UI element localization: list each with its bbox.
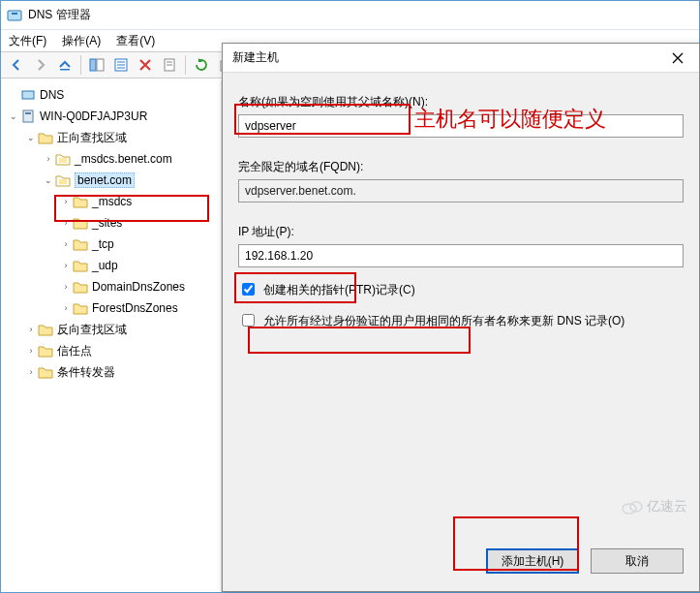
tree-node-domaindnszones[interactable]: › DomainDnsZones: [1, 276, 221, 297]
list-button[interactable]: [109, 53, 133, 77]
toolbar-separator: [185, 55, 186, 75]
tree-node-tcp[interactable]: › _tcp: [1, 234, 221, 255]
tree-node-dns[interactable]: DNS: [1, 84, 221, 106]
tree-node-reverse-zone[interactable]: › 反向查找区域: [1, 319, 221, 340]
folder-icon: [73, 279, 88, 295]
tree-node-server[interactable]: ⌄ WIN-Q0DFJAJP3UR: [1, 106, 221, 127]
dialog-buttons: 添加主机(H) 取消: [486, 548, 684, 574]
svg-rect-2: [60, 69, 70, 71]
close-button[interactable]: [655, 44, 699, 73]
tree-node-forestdnszones[interactable]: › ForestDnsZones: [1, 297, 221, 319]
svg-rect-3: [90, 59, 96, 71]
zone-icon: [55, 151, 71, 167]
dialog-titlebar: 新建主机: [223, 44, 699, 73]
dns-manager-window: DNS 管理器 文件(F) 操作(A) 查看(V) ? i ?: [0, 0, 700, 593]
back-button[interactable]: [5, 53, 28, 77]
auth-checkbox-row[interactable]: 允许所有经过身份验证的用户用相同的所有者名称来更新 DNS 记录(O): [238, 312, 684, 329]
chevron-right-icon[interactable]: ›: [24, 323, 38, 336]
chevron-right-icon[interactable]: ›: [59, 301, 73, 315]
folder-icon: [73, 258, 88, 273]
watermark: 亿速云: [622, 498, 687, 515]
menu-view[interactable]: 查看(V): [116, 33, 155, 49]
folder-icon: [38, 130, 53, 145]
menu-file[interactable]: 文件(F): [9, 33, 46, 49]
tree-node-trust[interactable]: › 信任点: [1, 340, 221, 361]
tree-view[interactable]: DNS ⌄ WIN-Q0DFJAJP3UR ⌄ 正向查找区域 › _m: [1, 80, 222, 592]
folder-icon: [73, 300, 88, 316]
chevron-right-icon[interactable]: ›: [42, 152, 55, 166]
dialog-body: 名称(如果为空则使用其父域名称)(N): 完全限定的域名(FQDN): IP 地…: [223, 73, 699, 343]
name-input[interactable]: [238, 114, 684, 138]
fqdn-label: 完全限定的域名(FQDN):: [238, 159, 684, 175]
svg-rect-4: [97, 59, 104, 71]
folder-icon: [73, 236, 88, 252]
auth-label: 允许所有经过身份验证的用户用相同的所有者名称来更新 DNS 记录(O): [263, 312, 624, 329]
tree-node-zone-msdcs[interactable]: › _msdcs.benet.com: [1, 148, 221, 170]
show-hide-button[interactable]: [85, 53, 108, 77]
ip-label: IP 地址(P):: [238, 224, 684, 240]
toolbar-separator: [80, 55, 81, 75]
delete-button[interactable]: [134, 53, 157, 77]
chevron-right-icon[interactable]: ›: [24, 344, 38, 358]
svg-rect-20: [23, 110, 33, 122]
tree-node-sites[interactable]: › _sites: [1, 212, 221, 234]
chevron-right-icon[interactable]: ›: [59, 259, 73, 272]
svg-rect-21: [25, 112, 31, 114]
tree-node-forward-zone[interactable]: ⌄ 正向查找区域: [1, 127, 221, 148]
svg-rect-23: [59, 179, 67, 184]
refresh-button[interactable]: [190, 53, 213, 77]
dns-icon: [20, 87, 36, 103]
folder-icon: [73, 194, 88, 209]
ptr-checkbox[interactable]: [242, 283, 255, 296]
ptr-label: 创建相关的指针(PTR)记录(C): [263, 281, 415, 298]
chevron-right-icon[interactable]: ›: [59, 216, 73, 230]
chevron-down-icon[interactable]: ⌄: [7, 109, 20, 123]
dialog-title: 新建主机: [232, 49, 279, 66]
auth-checkbox[interactable]: [242, 314, 255, 327]
svg-point-24: [623, 504, 636, 514]
chevron-icon: [7, 88, 20, 102]
chevron-right-icon[interactable]: ›: [59, 195, 73, 208]
folder-icon: [38, 364, 53, 380]
folder-icon: [38, 343, 53, 359]
add-host-button[interactable]: 添加主机(H): [486, 548, 579, 574]
svg-rect-0: [8, 11, 21, 20]
up-button[interactable]: [53, 53, 76, 77]
tree-node-forwarder[interactable]: › 条件转发器: [1, 361, 221, 383]
fqdn-input: [238, 179, 684, 203]
chevron-down-icon[interactable]: ⌄: [42, 173, 55, 187]
zone-icon: [55, 172, 71, 188]
svg-rect-1: [12, 13, 17, 15]
folder-icon: [73, 215, 88, 231]
chevron-right-icon[interactable]: ›: [59, 237, 73, 251]
tree-node-zone-benet[interactable]: ⌄ benet.com: [1, 170, 221, 191]
titlebar: DNS 管理器: [1, 1, 699, 30]
name-label: 名称(如果为空则使用其父域名称)(N):: [238, 94, 684, 110]
tree-node-udp[interactable]: › _udp: [1, 255, 221, 276]
chevron-right-icon[interactable]: ›: [24, 365, 38, 379]
svg-rect-22: [59, 158, 67, 163]
cancel-button[interactable]: 取消: [591, 548, 684, 574]
chevron-right-icon[interactable]: ›: [59, 280, 73, 294]
forward-button[interactable]: [29, 53, 52, 77]
menu-action[interactable]: 操作(A): [62, 33, 101, 49]
server-icon: [20, 109, 36, 124]
folder-icon: [38, 322, 53, 337]
svg-rect-19: [22, 91, 34, 99]
app-icon: [7, 8, 22, 23]
chevron-down-icon[interactable]: ⌄: [24, 131, 38, 144]
ip-input[interactable]: [238, 244, 684, 267]
ptr-checkbox-row[interactable]: 创建相关的指针(PTR)记录(C): [238, 281, 684, 298]
tree-node-msdcs[interactable]: › _msdcs: [1, 191, 221, 212]
properties-button[interactable]: [158, 53, 181, 77]
window-title: DNS 管理器: [28, 7, 91, 23]
new-host-dialog: 新建主机 名称(如果为空则使用其父域名称)(N): 完全限定的域名(FQDN):…: [222, 43, 700, 592]
